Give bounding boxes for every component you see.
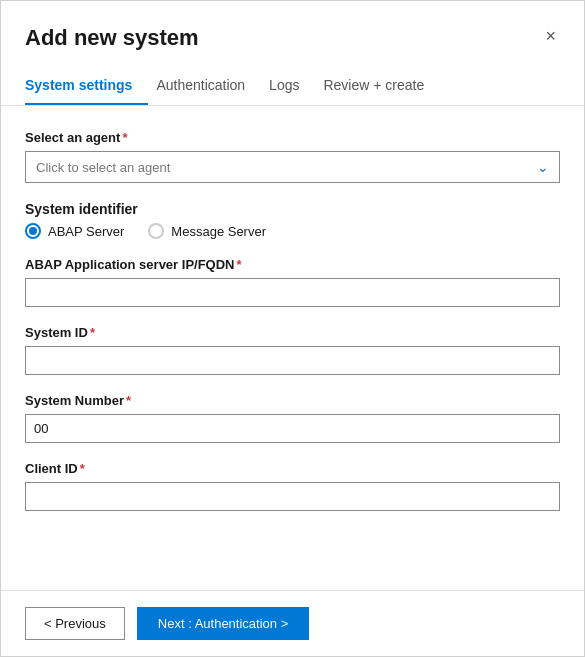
- add-new-system-modal: Add new system × System settings Authent…: [0, 0, 585, 657]
- client-id-group: Client ID*: [25, 461, 560, 511]
- system-identifier-label: System identifier: [25, 201, 560, 217]
- radio-label-abap[interactable]: ABAP Server: [25, 223, 124, 239]
- abap-ip-required-marker: *: [237, 257, 242, 272]
- modal-body: Select an agent* Click to select an agen…: [1, 106, 584, 590]
- tab-review-create[interactable]: Review + create: [323, 67, 440, 105]
- modal-header: Add new system ×: [1, 1, 584, 51]
- client-id-required-marker: *: [80, 461, 85, 476]
- agent-dropdown[interactable]: Click to select an agent ⌄: [25, 151, 560, 183]
- client-id-label: Client ID*: [25, 461, 560, 476]
- modal-title: Add new system: [25, 25, 199, 51]
- close-button[interactable]: ×: [541, 25, 560, 47]
- tab-authentication[interactable]: Authentication: [156, 67, 261, 105]
- radio-abap[interactable]: [25, 223, 41, 239]
- tab-bar: System settings Authentication Logs Revi…: [1, 67, 584, 106]
- radio-label-message[interactable]: Message Server: [148, 223, 266, 239]
- modal-footer: < Previous Next : Authentication >: [1, 590, 584, 656]
- client-id-input[interactable]: [25, 482, 560, 511]
- chevron-down-icon: ⌄: [537, 159, 549, 175]
- radio-group-identifier: ABAP Server Message Server: [25, 223, 560, 239]
- system-id-input[interactable]: [25, 346, 560, 375]
- system-number-label: System Number*: [25, 393, 560, 408]
- abap-ip-label: ABAP Application server IP/FQDN*: [25, 257, 560, 272]
- abap-ip-group: ABAP Application server IP/FQDN*: [25, 257, 560, 307]
- system-id-required-marker: *: [90, 325, 95, 340]
- system-identifier-group: System identifier ABAP Server Message Se…: [25, 201, 560, 239]
- radio-message[interactable]: [148, 223, 164, 239]
- radio-message-label: Message Server: [171, 224, 266, 239]
- agent-required-marker: *: [122, 130, 127, 145]
- system-number-input[interactable]: [25, 414, 560, 443]
- system-number-group: System Number*: [25, 393, 560, 443]
- abap-ip-input[interactable]: [25, 278, 560, 307]
- previous-button[interactable]: < Previous: [25, 607, 125, 640]
- agent-dropdown-placeholder: Click to select an agent: [36, 160, 170, 175]
- radio-abap-label: ABAP Server: [48, 224, 124, 239]
- tab-system-settings[interactable]: System settings: [25, 67, 148, 105]
- next-button[interactable]: Next : Authentication >: [137, 607, 309, 640]
- agent-label: Select an agent*: [25, 130, 560, 145]
- tab-logs[interactable]: Logs: [269, 67, 315, 105]
- agent-form-group: Select an agent* Click to select an agen…: [25, 130, 560, 183]
- system-number-required-marker: *: [126, 393, 131, 408]
- system-id-label: System ID*: [25, 325, 560, 340]
- system-id-group: System ID*: [25, 325, 560, 375]
